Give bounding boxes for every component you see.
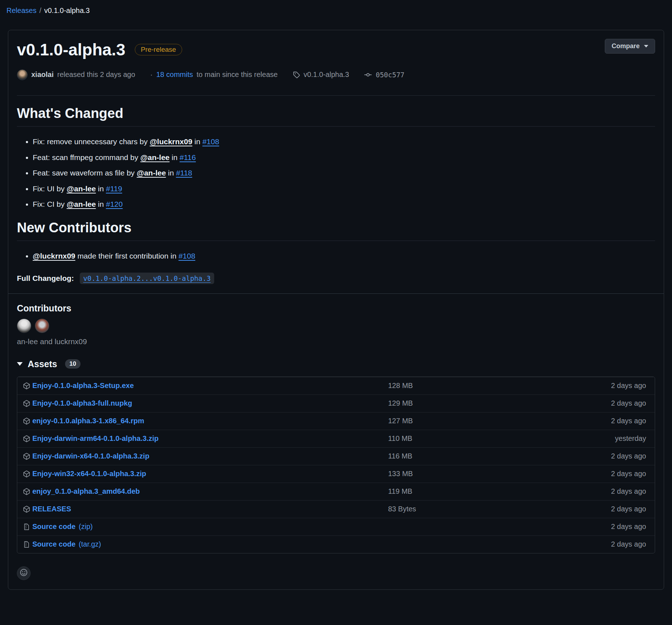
asset-date: 2 days ago (539, 487, 646, 496)
asset-download-link[interactable]: enjoy-0.1.0.alpha.3-1.x86_64.rpm (23, 417, 388, 425)
asset-download-link[interactable]: Source code(tar.gz) (23, 540, 388, 548)
changelog-item-text: Feat: save waveform as file by (33, 169, 137, 177)
package-icon (23, 506, 30, 513)
asset-download-link[interactable]: Source code(zip) (23, 523, 388, 531)
middot: · (150, 70, 153, 79)
release-card: v0.1.0-alpha.3 Pre-release Compare xiaol… (8, 30, 664, 590)
asset-download-link[interactable]: Enjoy-darwin-x64-0.1.0-alpha.3.zip (23, 452, 388, 460)
asset-size: 127 MB (388, 417, 539, 425)
asset-size: 133 MB (388, 470, 539, 478)
prerelease-badge: Pre-release (135, 44, 182, 55)
new-contributors-list: @luckrnx09 made their first contribution… (17, 250, 655, 262)
asset-file-name: Enjoy-darwin-arm64-0.1.0-alpha.3.zip (32, 434, 158, 443)
changelog-item: Fix: remove unnecessary chars by @luckrn… (33, 136, 655, 147)
package-icon (23, 382, 30, 389)
released-text: released this 2 days ago (57, 70, 135, 79)
asset-file-name: enjoy-0.1.0.alpha.3-1.x86_64.rpm (32, 417, 144, 425)
asset-file-name: Enjoy-darwin-x64-0.1.0-alpha.3.zip (32, 452, 149, 460)
commit-group: 050c577 (364, 71, 404, 79)
author-name[interactable]: xiaolai (31, 70, 54, 79)
mention-link[interactable]: @an-lee (67, 200, 96, 208)
changelog-item: Fix: UI by @an-lee in #119 (33, 183, 655, 195)
git-commit-icon (364, 71, 372, 79)
mention-link[interactable]: @an-lee (141, 153, 170, 161)
whats-changed-list: Fix: remove unnecessary chars by @luckrn… (17, 136, 655, 210)
changelog-item-middle: in (166, 169, 176, 177)
pull-request-link[interactable]: #108 (179, 252, 195, 260)
contributors-names: an-lee and luckrnx09 (17, 337, 655, 346)
asset-date: 2 days ago (539, 523, 646, 531)
asset-date: 2 days ago (539, 382, 646, 390)
pull-request-link[interactable]: #120 (106, 200, 123, 208)
asset-date: 2 days ago (539, 470, 646, 478)
changelog-item: Fix: CI by @an-lee in #120 (33, 199, 655, 210)
asset-date: 2 days ago (539, 399, 646, 407)
asset-date: yesterday (539, 434, 646, 443)
asset-size: 129 MB (388, 399, 539, 407)
asset-download-link[interactable]: Enjoy-win32-x64-0.1.0-alpha.3.zip (23, 470, 388, 478)
add-reaction-button[interactable] (17, 566, 31, 580)
commits-rest: to main since this release (197, 70, 278, 79)
avatar[interactable] (35, 319, 49, 333)
author-avatar[interactable] (17, 69, 28, 80)
asset-download-link[interactable]: RELEASES (23, 505, 388, 513)
changelog-item-middle: in (96, 200, 106, 208)
compare-button-label: Compare (612, 42, 640, 50)
asset-row: Enjoy-0.1.0-alpha3-full.nupkg 129 MB 2 d… (17, 394, 655, 412)
pull-request-link[interactable]: #108 (202, 137, 219, 146)
pull-request-link[interactable]: #116 (180, 153, 196, 161)
breadcrumb-releases-link[interactable]: Releases (6, 6, 36, 14)
tag-group: v0.1.0-alpha.3 (293, 70, 349, 79)
package-icon (23, 418, 30, 425)
mention-link[interactable]: @luckrnx09 (33, 252, 75, 260)
commit-sha[interactable]: 050c577 (376, 71, 404, 79)
contributors-avatars (17, 319, 655, 333)
assets-heading: Assets (28, 359, 57, 369)
release-title: v0.1.0-alpha.3 (17, 40, 125, 59)
asset-file-name: Source code (32, 540, 75, 548)
smiley-icon (20, 569, 28, 578)
asset-row: Source code(tar.gz) 2 days ago (17, 535, 655, 553)
avatar[interactable] (17, 319, 31, 333)
mention-link[interactable]: @an-lee (67, 184, 96, 193)
changelog-range-link[interactable]: v0.1.0-alpha.2...v0.1.0-alpha.3 (80, 273, 215, 284)
asset-row: Source code(zip) 2 days ago (17, 518, 655, 535)
asset-row: Enjoy-win32-x64-0.1.0-alpha.3.zip 133 MB… (17, 465, 655, 483)
mention-link[interactable]: @luckrnx09 (150, 137, 193, 146)
package-icon (23, 400, 30, 407)
asset-file-name: Enjoy-0.1.0-alpha3-full.nupkg (32, 399, 132, 407)
asset-date: 2 days ago (539, 417, 646, 425)
pull-request-link[interactable]: #119 (106, 184, 122, 193)
asset-download-link[interactable]: enjoy_0.1.0-alpha.3_amd64.deb (23, 487, 388, 496)
changelog-item: Feat: save waveform as file by @an-lee i… (33, 167, 655, 179)
changelog-item-text: Feat: scan ffmpeg command by (33, 153, 141, 161)
asset-file-suffix: (zip) (79, 523, 93, 531)
asset-size: 116 MB (388, 452, 539, 460)
pull-request-link[interactable]: #118 (176, 169, 192, 177)
package-icon (23, 488, 30, 495)
commits-link[interactable]: 18 commits (156, 70, 193, 79)
commits-since-group: · 18 commits to main since this release (150, 70, 278, 79)
asset-date: 2 days ago (539, 452, 646, 460)
assets-table: Enjoy-0.1.0-alpha.3-Setup.exe 128 MB 2 d… (17, 377, 655, 553)
file-zip-icon (23, 523, 30, 530)
mention-link[interactable]: @an-lee (137, 169, 166, 177)
tag-name: v0.1.0-alpha.3 (304, 70, 349, 79)
asset-size: 119 MB (388, 487, 539, 496)
whats-changed-heading: What's Changed (17, 105, 655, 127)
assets-count-badge: 10 (65, 359, 80, 369)
caret-down-icon (644, 45, 648, 47)
asset-download-link[interactable]: Enjoy-0.1.0-alpha.3-Setup.exe (23, 382, 388, 390)
compare-button[interactable]: Compare (605, 39, 655, 54)
asset-date: 2 days ago (539, 540, 646, 548)
triangle-down-icon (17, 362, 23, 366)
asset-download-link[interactable]: Enjoy-0.1.0-alpha3-full.nupkg (23, 399, 388, 407)
breadcrumb: Releases/v0.1.0-alpha.3 (0, 0, 672, 15)
tag-icon (293, 71, 300, 78)
asset-download-link[interactable]: Enjoy-darwin-arm64-0.1.0-alpha.3.zip (23, 434, 388, 443)
assets-header[interactable]: Assets 10 (17, 359, 655, 369)
changelog-item-text: Fix: UI by (33, 184, 67, 193)
breadcrumb-separator: / (39, 6, 41, 14)
asset-size: 128 MB (388, 382, 539, 390)
package-icon (23, 470, 30, 478)
